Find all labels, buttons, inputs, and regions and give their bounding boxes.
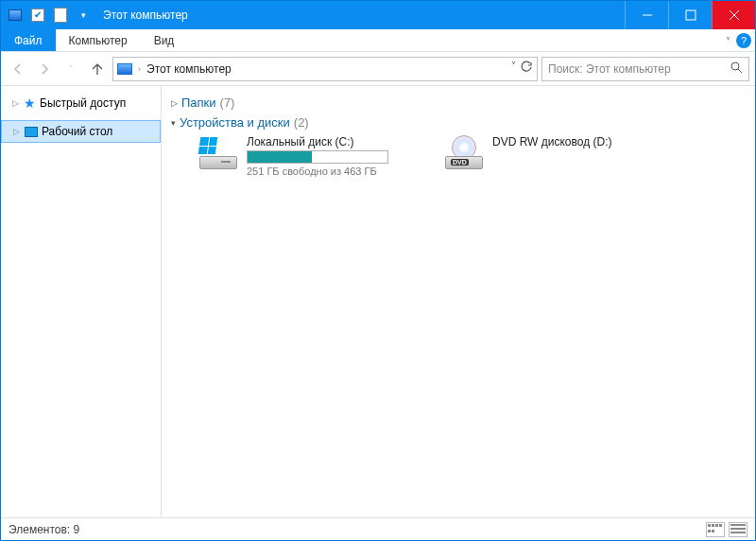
system-menu-icon[interactable]	[5, 5, 26, 26]
expand-icon[interactable]: ▾	[171, 118, 176, 128]
titlebar[interactable]: ✔ ▾ Этот компьютер	[1, 1, 755, 29]
large-icons-view-button[interactable]	[729, 522, 747, 537]
explorer-window: ✔ ▾ Этот компьютер Файл Компьютер Вид ˅ …	[0, 0, 756, 541]
minimize-button[interactable]	[625, 1, 668, 29]
group-folders-count: (7)	[220, 96, 235, 110]
drive-c-free-text: 251 ГБ свободно из 463 ГБ	[247, 166, 417, 177]
drive-c-usage-bar	[247, 150, 388, 164]
quick-access-toolbar: ✔ ▾	[1, 5, 97, 26]
address-bar[interactable]: › Этот компьютер ˅	[112, 57, 538, 81]
refresh-icon[interactable]	[520, 61, 533, 77]
close-button[interactable]	[712, 1, 755, 29]
sidebar-item-quick-access[interactable]: ▷ ★ Быстрый доступ	[1, 92, 161, 114]
dvd-drive-icon: DVD	[445, 135, 483, 169]
svg-line-5	[738, 69, 742, 73]
tab-view[interactable]: Вид	[141, 29, 188, 51]
navigation-pane[interactable]: ▷ ★ Быстрый доступ ▷ Рабочий стол	[1, 86, 162, 517]
ribbon-tabs: Файл Компьютер Вид ˅ ?	[1, 29, 755, 52]
collapse-icon[interactable]: ▷	[171, 98, 178, 108]
sidebar-label-quick-access: Быстрый доступ	[40, 96, 126, 110]
help-icon[interactable]: ?	[736, 33, 751, 48]
search-placeholder: Поиск: Этот компьютер	[548, 62, 671, 76]
local-disk-icon	[199, 135, 237, 169]
group-folders-label: Папки	[181, 96, 216, 110]
window-title: Этот компьютер	[103, 9, 188, 22]
tab-computer[interactable]: Компьютер	[56, 29, 141, 51]
group-devices[interactable]: ▾ Устройства и диски (2)	[171, 115, 746, 130]
drive-d-name: DVD RW дисковод (D:)	[492, 135, 662, 148]
desktop-icon	[25, 127, 38, 137]
sidebar-label-desktop: Рабочий стол	[42, 125, 112, 138]
recent-locations-dropdown[interactable]: ˅	[60, 58, 82, 80]
search-input[interactable]: Поиск: Этот компьютер	[541, 57, 749, 81]
back-button[interactable]	[7, 58, 29, 80]
address-dropdown-icon[interactable]: ˅	[511, 61, 516, 77]
details-view-button[interactable]	[706, 522, 725, 537]
navigation-bar: ˅ › Этот компьютер ˅ Поиск: Этот компьют…	[1, 52, 755, 86]
qat-newfolder-icon[interactable]	[50, 5, 71, 26]
tab-file[interactable]: Файл	[1, 29, 56, 51]
status-item-count: Элементов: 9	[9, 523, 79, 536]
star-icon: ★	[24, 96, 36, 111]
expand-icon[interactable]: ▷	[10, 98, 20, 108]
group-devices-label: Устройства и диски	[180, 115, 290, 130]
drive-c[interactable]: Локальный диск (C:) 251 ГБ свободно из 4…	[199, 135, 417, 177]
forward-button[interactable]	[33, 58, 56, 80]
maximize-button[interactable]	[668, 1, 712, 29]
expand-icon[interactable]: ▷	[11, 127, 21, 136]
breadcrumb-location[interactable]: Этот компьютер	[146, 62, 232, 76]
status-bar: Элементов: 9	[1, 517, 755, 540]
sidebar-item-desktop[interactable]: ▷ Рабочий стол	[1, 120, 161, 143]
group-devices-count: (2)	[294, 115, 309, 130]
qat-properties-icon[interactable]: ✔	[27, 5, 48, 26]
body: ▷ ★ Быстрый доступ ▷ Рабочий стол ▷ Папк…	[1, 86, 755, 517]
up-button[interactable]	[86, 58, 109, 80]
qat-customize-dropdown[interactable]: ▾	[73, 5, 94, 26]
svg-point-4	[731, 62, 739, 70]
ribbon-collapse-icon[interactable]: ˅	[726, 36, 730, 46]
svg-rect-1	[686, 10, 696, 20]
search-icon[interactable]	[730, 61, 743, 77]
drive-c-name: Локальный диск (C:)	[247, 135, 417, 148]
group-folders[interactable]: ▷ Папки (7)	[171, 96, 746, 110]
content-pane[interactable]: ▷ Папки (7) ▾ Устройства и диски (2) Лок…	[162, 86, 755, 517]
this-pc-icon	[117, 63, 132, 75]
drive-d[interactable]: DVD DVD RW дисковод (D:)	[445, 135, 662, 177]
